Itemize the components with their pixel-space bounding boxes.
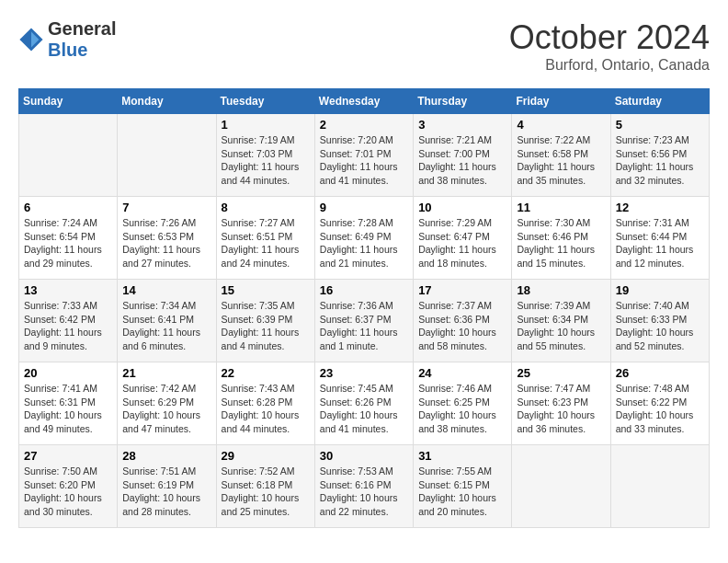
calendar-week-row: 27Sunrise: 7:50 AMSunset: 6:20 PMDayligh… (19, 445, 710, 528)
calendar-cell: 16Sunrise: 7:36 AMSunset: 6:37 PMDayligh… (314, 280, 413, 362)
calendar-cell: 10Sunrise: 7:29 AMSunset: 6:47 PMDayligh… (414, 197, 512, 280)
col-monday: Monday (118, 89, 216, 114)
calendar-cell: 25Sunrise: 7:47 AMSunset: 6:23 PMDayligh… (512, 362, 610, 445)
day-number: 9 (320, 201, 408, 214)
calendar-cell: 27Sunrise: 7:50 AMSunset: 6:20 PMDayligh… (19, 445, 118, 528)
logo-icon (18, 27, 44, 52)
day-number: 2 (320, 118, 408, 132)
month-year-title: October 2024 (509, 18, 710, 57)
day-info: Sunrise: 7:48 AMSunset: 6:22 PMDaylight:… (616, 382, 704, 436)
col-tuesday: Tuesday (216, 89, 314, 114)
day-info: Sunrise: 7:22 AMSunset: 6:58 PMDaylight:… (517, 133, 605, 188)
day-number: 21 (122, 366, 210, 380)
calendar-cell: 20Sunrise: 7:41 AMSunset: 6:31 PMDayligh… (19, 362, 118, 445)
calendar-cell (610, 445, 709, 528)
day-number: 16 (320, 283, 408, 297)
calendar-cell: 8Sunrise: 7:27 AMSunset: 6:51 PMDaylight… (216, 197, 314, 280)
calendar-cell: 19Sunrise: 7:40 AMSunset: 6:33 PMDayligh… (610, 280, 709, 362)
calendar-cell: 24Sunrise: 7:46 AMSunset: 6:25 PMDayligh… (414, 362, 512, 445)
day-info: Sunrise: 7:24 AMSunset: 6:54 PMDaylight:… (24, 216, 112, 270)
calendar-cell: 18Sunrise: 7:39 AMSunset: 6:34 PMDayligh… (512, 280, 610, 362)
calendar-cell: 3Sunrise: 7:21 AMSunset: 7:00 PMDaylight… (414, 114, 512, 197)
calendar-cell: 1Sunrise: 7:19 AMSunset: 7:03 PMDaylight… (216, 114, 314, 197)
col-thursday: Thursday (414, 89, 512, 114)
day-number: 13 (24, 283, 112, 297)
calendar-cell (19, 114, 118, 197)
day-info: Sunrise: 7:46 AMSunset: 6:25 PMDaylight:… (418, 382, 506, 436)
day-info: Sunrise: 7:36 AMSunset: 6:37 PMDaylight:… (320, 299, 408, 353)
day-number: 7 (122, 201, 210, 214)
calendar-cell: 21Sunrise: 7:42 AMSunset: 6:29 PMDayligh… (118, 362, 216, 445)
day-number: 4 (517, 118, 605, 132)
calendar-cell: 17Sunrise: 7:37 AMSunset: 6:36 PMDayligh… (414, 280, 512, 362)
col-friday: Friday (512, 89, 610, 114)
calendar-cell: 14Sunrise: 7:34 AMSunset: 6:41 PMDayligh… (118, 280, 216, 362)
day-number: 25 (517, 366, 605, 380)
day-number: 6 (24, 201, 112, 214)
day-info: Sunrise: 7:37 AMSunset: 6:36 PMDaylight:… (418, 299, 506, 353)
calendar-table: Sunday Monday Tuesday Wednesday Thursday… (18, 88, 710, 528)
day-number: 1 (222, 118, 310, 132)
day-number: 5 (616, 118, 704, 132)
calendar-cell (118, 114, 216, 197)
col-saturday: Saturday (610, 89, 709, 114)
day-number: 14 (122, 283, 210, 297)
day-info: Sunrise: 7:30 AMSunset: 6:46 PMDaylight:… (517, 216, 605, 270)
day-number: 20 (24, 366, 112, 380)
logo: General Blue (18, 18, 116, 61)
page-header: General Blue October 2024 Burford, Ontar… (18, 18, 710, 74)
calendar-cell: 12Sunrise: 7:31 AMSunset: 6:44 PMDayligh… (610, 197, 709, 280)
day-info: Sunrise: 7:26 AMSunset: 6:53 PMDaylight:… (122, 216, 210, 270)
day-number: 27 (24, 449, 112, 463)
calendar-cell: 22Sunrise: 7:43 AMSunset: 6:28 PMDayligh… (216, 362, 314, 445)
day-number: 24 (418, 366, 506, 380)
day-number: 12 (616, 201, 704, 214)
calendar-cell: 7Sunrise: 7:26 AMSunset: 6:53 PMDaylight… (118, 197, 216, 280)
calendar-week-row: 20Sunrise: 7:41 AMSunset: 6:31 PMDayligh… (19, 362, 710, 445)
calendar-cell: 5Sunrise: 7:23 AMSunset: 6:56 PMDaylight… (610, 114, 709, 197)
day-info: Sunrise: 7:45 AMSunset: 6:26 PMDaylight:… (320, 382, 408, 436)
day-number: 10 (418, 201, 506, 214)
day-info: Sunrise: 7:35 AMSunset: 6:39 PMDaylight:… (222, 299, 310, 353)
title-block: October 2024 Burford, Ontario, Canada (509, 18, 710, 74)
day-number: 30 (320, 449, 408, 463)
day-number: 29 (222, 449, 310, 463)
calendar-cell: 4Sunrise: 7:22 AMSunset: 6:58 PMDaylight… (512, 114, 610, 197)
day-info: Sunrise: 7:21 AMSunset: 7:00 PMDaylight:… (418, 133, 506, 188)
day-info: Sunrise: 7:55 AMSunset: 6:15 PMDaylight:… (418, 465, 506, 519)
day-info: Sunrise: 7:51 AMSunset: 6:19 PMDaylight:… (122, 465, 210, 519)
logo-text: General Blue (48, 18, 116, 61)
day-info: Sunrise: 7:27 AMSunset: 6:51 PMDaylight:… (222, 216, 310, 270)
calendar-cell: 28Sunrise: 7:51 AMSunset: 6:19 PMDayligh… (118, 445, 216, 528)
day-number: 3 (418, 118, 506, 132)
calendar-cell: 31Sunrise: 7:55 AMSunset: 6:15 PMDayligh… (414, 445, 512, 528)
day-number: 8 (222, 201, 310, 214)
day-info: Sunrise: 7:31 AMSunset: 6:44 PMDaylight:… (616, 216, 704, 270)
calendar-week-row: 6Sunrise: 7:24 AMSunset: 6:54 PMDaylight… (19, 197, 710, 280)
col-wednesday: Wednesday (314, 89, 413, 114)
calendar-cell: 15Sunrise: 7:35 AMSunset: 6:39 PMDayligh… (216, 280, 314, 362)
logo-general: General (48, 18, 116, 39)
col-sunday: Sunday (19, 89, 118, 114)
calendar-cell: 6Sunrise: 7:24 AMSunset: 6:54 PMDaylight… (19, 197, 118, 280)
calendar-week-row: 13Sunrise: 7:33 AMSunset: 6:42 PMDayligh… (19, 280, 710, 362)
day-number: 31 (418, 449, 506, 463)
calendar-cell: 2Sunrise: 7:20 AMSunset: 7:01 PMDaylight… (314, 114, 413, 197)
calendar-cell: 30Sunrise: 7:53 AMSunset: 6:16 PMDayligh… (314, 445, 413, 528)
day-info: Sunrise: 7:39 AMSunset: 6:34 PMDaylight:… (517, 299, 605, 353)
calendar-cell: 11Sunrise: 7:30 AMSunset: 6:46 PMDayligh… (512, 197, 610, 280)
calendar-cell: 29Sunrise: 7:52 AMSunset: 6:18 PMDayligh… (216, 445, 314, 528)
day-info: Sunrise: 7:53 AMSunset: 6:16 PMDaylight:… (320, 465, 408, 519)
day-info: Sunrise: 7:41 AMSunset: 6:31 PMDaylight:… (24, 382, 112, 436)
day-info: Sunrise: 7:20 AMSunset: 7:01 PMDaylight:… (320, 133, 408, 188)
day-number: 28 (122, 449, 210, 463)
day-number: 23 (320, 366, 408, 380)
day-info: Sunrise: 7:52 AMSunset: 6:18 PMDaylight:… (222, 465, 310, 519)
day-info: Sunrise: 7:43 AMSunset: 6:28 PMDaylight:… (222, 382, 310, 436)
day-info: Sunrise: 7:42 AMSunset: 6:29 PMDaylight:… (122, 382, 210, 436)
day-info: Sunrise: 7:23 AMSunset: 6:56 PMDaylight:… (616, 133, 704, 188)
calendar-cell: 9Sunrise: 7:28 AMSunset: 6:49 PMDaylight… (314, 197, 413, 280)
day-number: 22 (222, 366, 310, 380)
day-info: Sunrise: 7:47 AMSunset: 6:23 PMDaylight:… (517, 382, 605, 436)
calendar-cell (512, 445, 610, 528)
